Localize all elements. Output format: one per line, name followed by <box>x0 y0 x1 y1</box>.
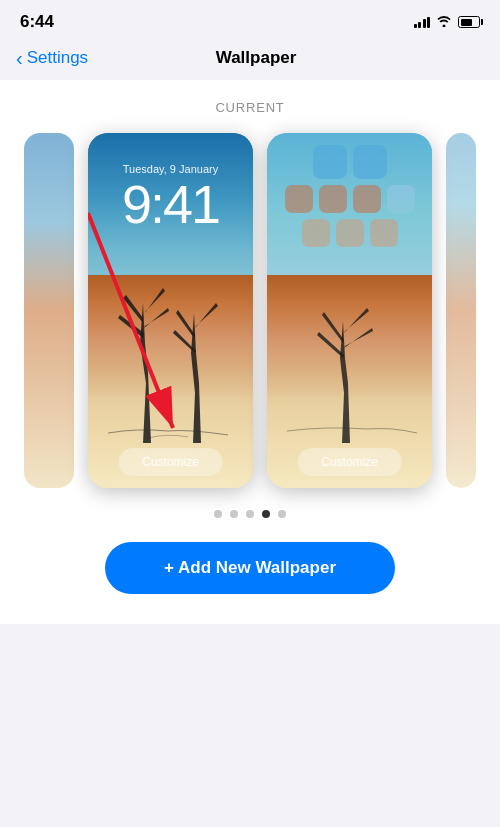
back-button[interactable]: ‹ Settings <box>16 48 88 68</box>
section-label: CURRENT <box>0 100 500 115</box>
app-icon <box>353 145 387 179</box>
page-dot-1[interactable] <box>214 510 222 518</box>
peek-left-card[interactable] <box>24 133 74 488</box>
app-icon <box>319 185 347 213</box>
peek-right-card[interactable] <box>446 133 476 488</box>
app-icon <box>353 185 381 213</box>
battery-icon <box>458 16 480 28</box>
content-area: CURRENT Tuesday, 9 January 9:41 <box>0 80 500 624</box>
page-dot-4[interactable] <box>262 510 270 518</box>
home-screen-card[interactable]: Customize <box>267 133 432 488</box>
page-title: Wallpaper <box>88 48 424 68</box>
lock-screen-card[interactable]: Tuesday, 9 January 9:41 <box>88 133 253 488</box>
lock-time: 9:41 <box>100 177 241 231</box>
app-icon <box>285 185 313 213</box>
wallpaper-carousel: Tuesday, 9 January 9:41 <box>0 133 500 488</box>
signal-icon <box>414 17 431 28</box>
app-icon <box>313 145 347 179</box>
lock-screen-customize-button[interactable]: Customize <box>118 448 223 476</box>
lock-screen-bg: Tuesday, 9 January 9:41 <box>88 133 253 488</box>
home-screen-bg: Customize <box>267 133 432 488</box>
lock-screen-content: Tuesday, 9 January 9:41 <box>88 133 253 231</box>
add-wallpaper-button[interactable]: + Add New Wallpaper <box>105 542 395 594</box>
app-icons-grid <box>275 145 424 253</box>
tree-silhouette-lock <box>88 243 253 443</box>
back-label: Settings <box>27 48 88 68</box>
nav-bar: ‹ Settings Wallpaper <box>0 40 500 80</box>
status-time: 6:44 <box>20 12 54 32</box>
back-chevron-icon: ‹ <box>16 48 23 68</box>
page-dots <box>0 510 500 518</box>
status-icons <box>414 14 481 30</box>
page-dot-5[interactable] <box>278 510 286 518</box>
status-bar: 6:44 <box>0 0 500 40</box>
page-dot-3[interactable] <box>246 510 254 518</box>
wifi-icon <box>436 14 452 30</box>
tree-silhouette-home <box>267 243 432 443</box>
page-dot-2[interactable] <box>230 510 238 518</box>
home-screen-customize-button[interactable]: Customize <box>297 448 402 476</box>
app-icon <box>387 185 415 213</box>
